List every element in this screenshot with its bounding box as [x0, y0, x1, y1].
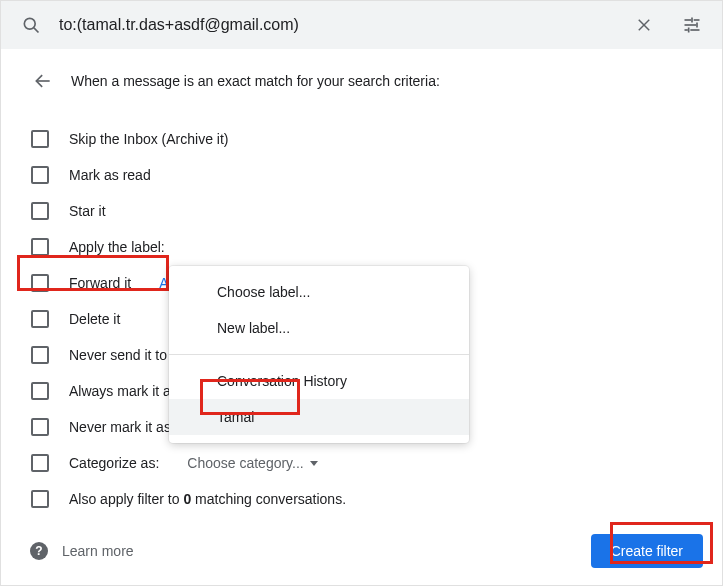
checkbox-never-important[interactable]: [31, 418, 49, 436]
svg-rect-6: [691, 18, 693, 23]
option-label: Categorize as:: [69, 455, 159, 471]
checkbox-delete-it[interactable]: [31, 310, 49, 328]
svg-point-0: [24, 18, 35, 29]
svg-rect-5: [694, 19, 700, 21]
checkbox-always-important[interactable]: [31, 382, 49, 400]
option-also-apply[interactable]: Also apply filter to 0 matching conversa…: [31, 481, 702, 517]
search-bar: [1, 1, 722, 49]
clear-icon[interactable]: [624, 5, 664, 45]
tune-icon[interactable]: [672, 5, 712, 45]
category-dropdown[interactable]: Choose category...: [187, 455, 317, 471]
search-icon[interactable]: [11, 5, 51, 45]
checkbox-mark-read[interactable]: [31, 166, 49, 184]
option-mark-read[interactable]: Mark as read: [31, 157, 702, 193]
option-label: Mark as read: [69, 167, 151, 183]
filter-panel: When a message is an exact match for you…: [1, 49, 722, 537]
search-input[interactable]: [59, 16, 616, 34]
svg-rect-10: [690, 29, 699, 31]
create-filter-button[interactable]: Create filter: [591, 534, 703, 568]
dropdown-choose-label[interactable]: Choose label...: [169, 274, 469, 310]
checkbox-also-apply[interactable]: [31, 490, 49, 508]
option-label: Delete it: [69, 311, 120, 327]
option-label: Skip the Inbox (Archive it): [69, 131, 229, 147]
option-star-it[interactable]: Star it: [31, 193, 702, 229]
dropdown-tamal[interactable]: Tamal: [169, 399, 469, 435]
option-label: Also apply filter to 0 matching conversa…: [69, 491, 346, 507]
checkbox-skip-inbox[interactable]: [31, 130, 49, 148]
checkbox-never-spam[interactable]: [31, 346, 49, 364]
header-row: When a message is an exact match for you…: [31, 69, 702, 93]
learn-more-link[interactable]: ? Learn more: [30, 542, 134, 560]
svg-rect-9: [685, 29, 688, 31]
svg-rect-4: [685, 19, 692, 21]
dropdown-new-label[interactable]: New label...: [169, 310, 469, 346]
dropdown-conversation-history[interactable]: Conversation History: [169, 363, 469, 399]
option-label: Apply the label:: [69, 239, 165, 255]
checkbox-forward-it[interactable]: [31, 274, 49, 292]
learn-more-text: Learn more: [62, 543, 134, 559]
option-label: Star it: [69, 203, 106, 219]
footer: ? Learn more Create filter: [30, 534, 703, 568]
option-label: Forward it: [69, 275, 131, 291]
also-apply-prefix: Also apply filter to: [69, 491, 183, 507]
header-text: When a message is an exact match for you…: [71, 73, 440, 89]
svg-line-1: [34, 28, 39, 33]
svg-rect-12: [696, 23, 698, 28]
also-apply-suffix: matching conversations.: [191, 491, 346, 507]
back-icon[interactable]: [31, 69, 55, 93]
option-skip-inbox[interactable]: Skip the Inbox (Archive it): [31, 121, 702, 157]
option-apply-label[interactable]: Apply the label:: [31, 229, 702, 265]
checkbox-star-it[interactable]: [31, 202, 49, 220]
help-icon: ?: [30, 542, 48, 560]
svg-rect-11: [688, 28, 690, 33]
option-categorize[interactable]: Categorize as: Choose category...: [31, 445, 702, 481]
label-dropdown-menu: Choose label... New label... Conversatio…: [169, 266, 469, 443]
dropdown-separator: [169, 354, 469, 355]
checkbox-apply-label[interactable]: [31, 238, 49, 256]
svg-rect-7: [685, 24, 697, 26]
checkbox-categorize[interactable]: [31, 454, 49, 472]
